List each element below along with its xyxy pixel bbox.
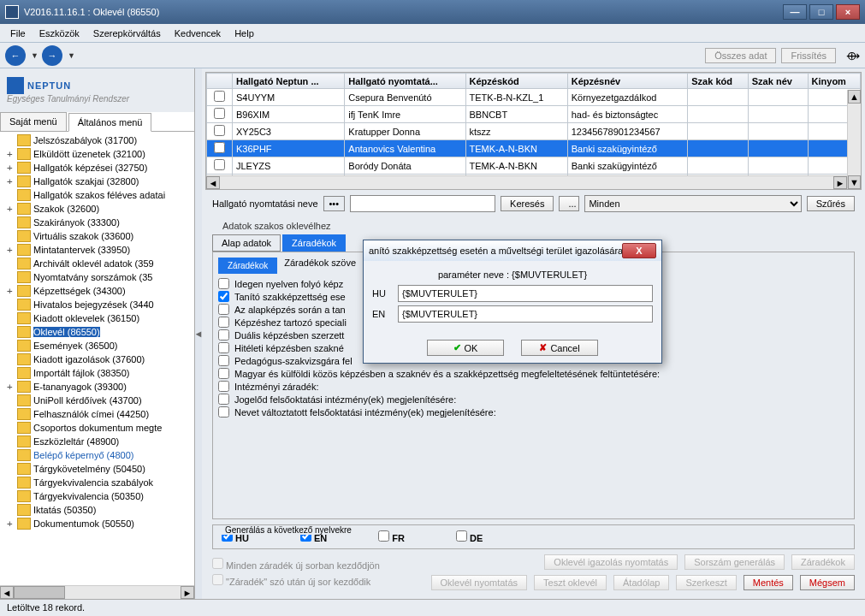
tree-item[interactable]: Oklevél (86550)	[0, 325, 194, 339]
grid-header[interactable]: Hallgató nyomtatá...	[345, 74, 465, 89]
btn-szerkeszt[interactable]: Szerkeszt	[676, 575, 736, 590]
btn-sorszam[interactable]: Sorszám generálás	[684, 554, 785, 570]
nav-back-button[interactable]: ←	[5, 45, 26, 66]
tree-item[interactable]: Csoportos dokumentum megte	[0, 421, 194, 435]
subtab-zaradekok[interactable]: Záradékok	[218, 258, 277, 274]
grid-header[interactable]: Képzéskód	[465, 74, 567, 89]
dialog-en-input[interactable]	[398, 305, 653, 323]
grid-header[interactable]: Hallgató Neptun ...	[233, 74, 345, 89]
minimize-button[interactable]: —	[783, 4, 807, 20]
filter-select[interactable]: Minden	[584, 195, 801, 212]
btn-atadolap[interactable]: Átadólap	[613, 575, 669, 590]
menu-tools[interactable]: Eszközök	[33, 26, 86, 41]
menu-role[interactable]: Szerepkörváltás	[86, 26, 168, 41]
row-checkbox[interactable]	[214, 91, 225, 102]
tree-item[interactable]: +E-tananyagok (39300)	[0, 380, 194, 394]
tree-item[interactable]: +Hallgatók szakjai (32800)	[0, 175, 194, 188]
tree-item[interactable]: Kiadott igazolások (37600)	[0, 352, 194, 366]
btn-teszt[interactable]: Teszt oklevél	[534, 575, 607, 590]
grid-header[interactable]: Kinyom	[808, 74, 860, 89]
tree-item[interactable]: +Elküldött üzenetek (32100)	[0, 147, 194, 161]
tree-item[interactable]: Felhasználók címei (44250)	[0, 407, 194, 421]
row-checkbox[interactable]	[214, 108, 225, 119]
dialog-hu-input[interactable]	[398, 285, 653, 302]
tree-item[interactable]: Iktatás (50350)	[0, 503, 194, 517]
tree-item[interactable]: +Képzettségek (34300)	[0, 284, 194, 298]
table-row[interactable]: JLEYZSBoródy DonátaTEMK-A-N-BKNBanki sza…	[207, 157, 861, 175]
filter-more-button[interactable]: ...	[559, 196, 579, 211]
maximize-button[interactable]: □	[809, 4, 833, 20]
btn-megsem[interactable]: Mégsem	[800, 575, 855, 590]
zaradek-check[interactable]: Nevet változtatott felsőoktatási intézmé…	[218, 406, 849, 418]
refresh-button[interactable]: Frissítés	[781, 48, 836, 63]
search-button[interactable]: Keresés	[501, 196, 554, 211]
row-checkbox[interactable]	[214, 125, 225, 136]
table-row[interactable]: K36PHFAntanovics ValentinaTEMK-A-N-BKNBa…	[207, 140, 861, 157]
tree-item[interactable]: Tárgyekvivalencia (50350)	[0, 489, 194, 503]
tree-view[interactable]: Jelszószabályok (31700)+Elküldött üzenet…	[0, 132, 194, 585]
tree-item[interactable]: UniPoll kérdőívek (43700)	[0, 394, 194, 407]
tree-item[interactable]: Importált fájlok (38350)	[0, 366, 194, 380]
tab-alap[interactable]: Alap adatok	[212, 234, 281, 252]
row-checkbox[interactable]	[214, 159, 225, 170]
grid-vscroll[interactable]: ▲▼	[847, 90, 861, 189]
table-row[interactable]: B96XIMifj TenK ImreBBNCBThad- és biztons…	[207, 106, 861, 123]
zaradek-check[interactable]: Intézményi záradék:	[218, 380, 849, 393]
dialog-cancel-button[interactable]: ✘Cancel	[521, 340, 598, 356]
tree-item[interactable]: Hallgatók szakos féléves adatai	[0, 188, 194, 202]
grid-header[interactable]: Képzésnév	[567, 74, 688, 89]
tree-item[interactable]: +Hallgatók képzései (32750)	[0, 161, 194, 175]
tree-item[interactable]: +Mintatantervek (33950)	[0, 243, 194, 257]
tree-item[interactable]: Események (36500)	[0, 339, 194, 352]
opt-newline[interactable]: Minden záradék új sorban kezdődjön	[212, 558, 380, 571]
menu-help[interactable]: Help	[228, 26, 261, 41]
filter-apply-button[interactable]: Szűrés	[807, 196, 855, 211]
grid-header[interactable]: Szak kód	[688, 74, 749, 89]
all-data-button[interactable]: Összes adat	[705, 48, 776, 63]
close-button[interactable]: ×	[836, 4, 860, 20]
btn-mentes[interactable]: Mentés	[744, 575, 793, 590]
menu-fav[interactable]: Kedvencek	[168, 26, 228, 41]
tree-item[interactable]: Tárgykövetelmény (50450)	[0, 462, 194, 476]
tree-item[interactable]: Eszközleltár (48900)	[0, 435, 194, 448]
nav-back-dropdown[interactable]: ▼	[27, 51, 42, 60]
grid-header[interactable]: Szak név	[748, 74, 808, 89]
tree-item[interactable]: Jelszószabályok (31700)	[0, 133, 194, 147]
splitter[interactable]: ◄	[195, 68, 202, 599]
dialog-close-button[interactable]: X	[622, 243, 656, 258]
tree-item[interactable]: Belépő képernyő (4800)	[0, 448, 194, 462]
tree-item[interactable]: +Dokumentumok (50550)	[0, 517, 194, 530]
tree-item[interactable]: Virtuális szakok (33600)	[0, 229, 194, 243]
tree-item[interactable]: +Szakok (32600)	[0, 202, 194, 216]
btn-igazolas[interactable]: Oklevél igazolás nyomtatás	[544, 554, 678, 570]
lang-fr[interactable]: FR	[378, 530, 405, 543]
tree-item[interactable]: Archivált oklevél adatok (359	[0, 257, 194, 270]
table-row[interactable]: S4UYYMCsepura BenvenútóTETK-B-N-KZL_1Kör…	[207, 89, 861, 106]
grid-hscroll[interactable]: ◄►	[206, 175, 847, 189]
btn-nyomtatas[interactable]: Oklevél nyomtatás	[431, 575, 527, 590]
sidebar-hscroll[interactable]: ◄►	[0, 585, 194, 599]
tree-item[interactable]: Tárgyekvivalencia szabályok	[0, 476, 194, 489]
nav-forward-button[interactable]: →	[42, 45, 62, 66]
tab-zaradekok[interactable]: Záradékok	[282, 234, 346, 252]
tree-item[interactable]: Hivatalos bejegyzések (3440	[0, 298, 194, 311]
tree-item[interactable]: Kiadott oklevelek (36150)	[0, 311, 194, 325]
data-grid[interactable]: Hallgató Neptun ...Hallgató nyomtatá...K…	[205, 72, 862, 190]
zaradek-check[interactable]: Magyar és külföldi közös képzésben a sza…	[218, 367, 849, 380]
tab-general-menu[interactable]: Általános menü	[68, 113, 152, 132]
tree-item[interactable]: Szakirányok (33300)	[0, 216, 194, 229]
nav-forward-dropdown[interactable]: ▼	[64, 51, 79, 60]
tree-item[interactable]: Nyomtatvány sorszámok (35	[0, 270, 194, 284]
filter-input[interactable]	[350, 195, 495, 212]
table-row[interactable]: XY25C3Kratupper Donnaktszz12345678901234…	[207, 123, 861, 140]
dialog-ok-button[interactable]: ✔OK	[427, 340, 504, 356]
tab-own-menu[interactable]: Saját menü	[0, 112, 67, 131]
btn-zaradekok[interactable]: Záradékok	[791, 554, 855, 570]
row-checkbox[interactable]	[214, 142, 225, 153]
pin-icon[interactable]: ⟴	[846, 49, 860, 62]
grid-header[interactable]	[207, 74, 233, 89]
lang-de[interactable]: DE	[456, 530, 483, 543]
opt-after-word[interactable]: "Záradék" szó után új sor kezdődik	[212, 574, 380, 587]
filter-mode-button[interactable]: •••	[323, 196, 346, 211]
menu-file[interactable]: File	[3, 26, 33, 41]
